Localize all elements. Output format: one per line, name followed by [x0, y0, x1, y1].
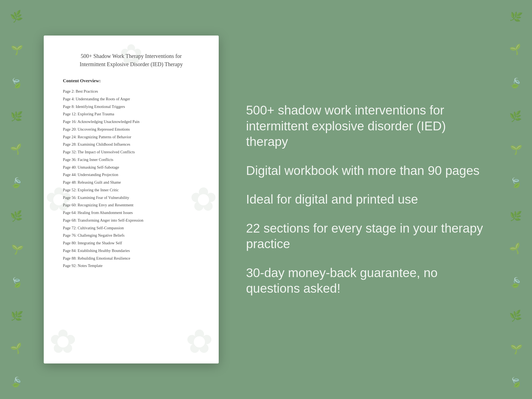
toc-page-number: Page 8: — [63, 104, 75, 109]
toc-item: Page 2: Best Practices — [63, 89, 200, 95]
toc-page-number: Page 32: — [63, 150, 77, 154]
toc-title: Releasing Guilt and Shame — [78, 180, 121, 184]
toc-title: Understanding Projection — [78, 172, 118, 177]
toc-page-number: Page 44: — [63, 172, 77, 177]
toc-item: Page 80: Integrating the Shadow Self — [63, 240, 200, 246]
toc-title: Best Practices — [76, 89, 98, 93]
toc-item: Page 24: Recognizing Patterns of Behavio… — [63, 134, 200, 140]
toc-page-number: Page 72: — [63, 226, 77, 230]
toc-item: Page 76: Challenging Negative Beliefs — [63, 233, 200, 239]
toc-title: Rebuilding Emotional Resilience — [78, 256, 130, 260]
toc-title: Exploring the Inner Critic — [78, 188, 119, 192]
toc-page-number: Page 68: — [63, 218, 77, 222]
toc-page-number: Page 48: — [63, 180, 77, 184]
toc-title: Recognizing Patterns of Behavior — [78, 135, 131, 139]
toc-item: Page 20: Uncovering Repressed Emotions — [63, 127, 200, 133]
toc-item: Page 68: Transforming Anger into Self-Ex… — [63, 218, 200, 224]
feature-2: Digital workbook with more than 90 pages — [246, 163, 488, 179]
toc-title: Understanding the Roots of Anger — [76, 97, 130, 101]
toc-page-number: Page 12: — [63, 112, 77, 116]
toc-page-number: Page 60: — [63, 203, 77, 207]
document-preview: ✿ ✿ ✿ ✿ ✿ 500+ Shadow Work Therapy Inter… — [44, 36, 219, 363]
toc-page-number: Page 40: — [63, 165, 77, 169]
toc-page-number: Page 52: — [63, 188, 77, 192]
toc-title: Challenging Negative Beliefs — [78, 233, 125, 237]
toc-title: Notes Template — [78, 263, 103, 268]
toc-item: Page 44: Understanding Projection — [63, 172, 200, 178]
toc-page-number: Page 16: — [63, 119, 77, 124]
watermark-bottom-left: ✿ — [49, 322, 77, 361]
toc-title: The Impact of Unresolved Conflicts — [78, 150, 135, 154]
table-of-contents: Page 2: Best PracticesPage 4: Understand… — [63, 89, 200, 269]
toc-title: Facing Inner Conflicts — [78, 157, 113, 162]
toc-title: Acknowledging Unacknowledged Pain — [77, 119, 139, 124]
feature-4: 22 sections for every stage in your ther… — [246, 221, 488, 252]
toc-item: Page 92: Notes Template — [63, 263, 200, 269]
toc-title: Cultivating Self-Compassion — [78, 226, 124, 230]
toc-item: Page 64: Healing from Abandonment Issues — [63, 210, 200, 216]
toc-item: Page 40: Unmasking Self-Sabotage — [63, 165, 200, 171]
toc-page-number: Page 2: — [63, 89, 75, 93]
toc-title: Exploring Past Trauma — [78, 112, 114, 116]
title-line1: 500+ Shadow Work Therapy Interventions f… — [81, 53, 182, 59]
toc-page-number: Page 36: — [63, 157, 77, 162]
toc-item: Page 4: Understanding the Roots of Anger — [63, 96, 200, 102]
toc-title: Transforming Anger into Self-Expression — [78, 218, 144, 222]
toc-title: Uncovering Repressed Emotions — [78, 127, 130, 131]
right-panel: 500+ shadow work interventions for inter… — [241, 102, 488, 297]
toc-title: Establishing Healthy Boundaries — [78, 248, 130, 253]
toc-item: Page 88: Rebuilding Emotional Resilience — [63, 256, 200, 262]
toc-title: Unmasking Self-Sabotage — [78, 165, 119, 169]
toc-title: Healing from Abandonment Issues — [78, 210, 133, 215]
feature-1: 500+ shadow work interventions for inter… — [246, 102, 488, 150]
toc-item: Page 8: Identifying Emotional Triggers — [63, 104, 200, 110]
toc-item: Page 16: Acknowledging Unacknowledged Pa… — [63, 119, 200, 125]
toc-item: Page 12: Exploring Past Trauma — [63, 111, 200, 117]
toc-page-number: Page 76: — [63, 233, 77, 237]
toc-item: Page 32: The Impact of Unresolved Confli… — [63, 149, 200, 155]
toc-page-number: Page 64: — [63, 210, 77, 215]
toc-item: Page 28: Examining Childhood Influences — [63, 142, 200, 148]
feature-5: 30-day money-back guarantee, no question… — [246, 265, 488, 297]
toc-item: Page 52: Exploring the Inner Critic — [63, 187, 200, 193]
feature-3: Ideal for digital and printed use — [246, 192, 488, 207]
document-title: 500+ Shadow Work Therapy Interventions f… — [63, 52, 200, 68]
toc-title: Recognizing Envy and Resentment — [78, 203, 133, 207]
main-content: ✿ ✿ ✿ ✿ ✿ 500+ Shadow Work Therapy Inter… — [0, 0, 532, 399]
toc-item: Page 48: Releasing Guilt and Shame — [63, 180, 200, 186]
toc-page-number: Page 88: — [63, 256, 77, 260]
toc-item: Page 60: Recognizing Envy and Resentment — [63, 202, 200, 208]
toc-title: Integrating the Shadow Self — [78, 241, 122, 245]
toc-item: Page 84: Establishing Healthy Boundaries — [63, 248, 200, 254]
toc-title: Identifying Emotional Triggers — [76, 104, 125, 109]
content-overview-label: Content Overview: — [63, 78, 200, 84]
title-line2: Intermittent Explosive Disorder (IED) Th… — [80, 61, 183, 67]
toc-page-number: Page 80: — [63, 241, 77, 245]
toc-item: Page 72: Cultivating Self-Compassion — [63, 225, 200, 231]
toc-page-number: Page 92: — [63, 263, 77, 268]
toc-title: Examining Fear of Vulnerability — [78, 195, 129, 200]
toc-page-number: Page 4: — [63, 97, 75, 101]
toc-item: Page 36: Facing Inner Conflicts — [63, 157, 200, 163]
toc-page-number: Page 24: — [63, 135, 77, 139]
toc-page-number: Page 28: — [63, 142, 77, 146]
toc-page-number: Page 84: — [63, 248, 77, 253]
toc-item: Page 56: Examining Fear of Vulnerability — [63, 195, 200, 201]
toc-title: Examining Childhood Influences — [78, 142, 130, 146]
toc-page-number: Page 56: — [63, 195, 77, 200]
watermark-bottom-right: ✿ — [186, 322, 213, 361]
toc-page-number: Page 20: — [63, 127, 77, 131]
